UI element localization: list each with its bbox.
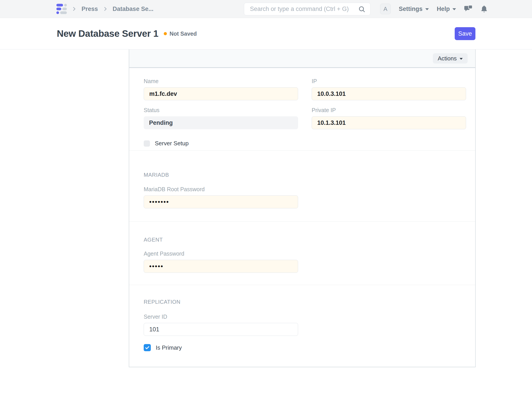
field-name: Name — [144, 78, 298, 100]
breadcrumb-press[interactable]: Press — [82, 6, 98, 13]
field-agent-password: Agent Password — [144, 250, 465, 273]
field-mariadb-root-password: MariaDB Root Password — [144, 186, 465, 208]
field-status: Status Pending — [144, 107, 298, 129]
section-details: Name IP Status Pending Private IP Server… — [129, 68, 475, 151]
is-primary-label: Is Primary — [156, 344, 182, 351]
bell-icon[interactable] — [481, 5, 488, 13]
field-ip: IP — [312, 78, 466, 100]
name-label: Name — [144, 78, 298, 84]
section-replication: REPLICATION Server ID Is Primary — [129, 285, 475, 367]
server-setup-label: Server Setup — [155, 140, 189, 147]
breadcrumb-database-servers[interactable]: Database Se... — [113, 6, 153, 13]
chevron-right-icon — [71, 6, 77, 12]
replication-section-title: REPLICATION — [144, 299, 465, 305]
ip-input[interactable] — [312, 87, 466, 100]
section-mariadb: MARIADB MariaDB Root Password — [129, 151, 475, 222]
server-id-input[interactable] — [144, 323, 298, 336]
frappe-logo-icon[interactable] — [56, 4, 67, 14]
not-saved-dot-icon — [164, 32, 167, 35]
search-icon — [358, 6, 365, 13]
save-button[interactable]: Save — [455, 27, 475, 40]
status-value: Pending — [144, 116, 298, 129]
private-ip-input[interactable] — [312, 116, 466, 129]
status-label: Status — [144, 107, 298, 113]
is-primary-checkbox-row[interactable]: Is Primary — [144, 344, 465, 351]
chat-icon[interactable] — [464, 5, 473, 13]
not-saved-label: Not Saved — [170, 31, 197, 37]
search-input[interactable] — [250, 6, 358, 13]
private-ip-label: Private IP — [312, 107, 466, 113]
global-search — [244, 3, 370, 15]
breadcrumb: Press Database Se... — [56, 0, 153, 18]
section-agent: AGENT Agent Password — [129, 222, 475, 285]
caret-down-icon — [460, 58, 463, 60]
field-server-id: Server ID — [144, 314, 465, 336]
navbar: Press Database Se... A Settings Help — [0, 0, 532, 18]
chevron-right-icon — [102, 6, 108, 12]
help-menu[interactable]: Help — [437, 6, 456, 13]
agent-password-input[interactable] — [144, 260, 298, 273]
server-setup-checkbox[interactable] — [144, 140, 150, 147]
agent-section-title: AGENT — [144, 237, 465, 243]
form-toolbar: Actions — [129, 50, 475, 68]
mariadb-section-title: MARIADB — [144, 172, 465, 178]
caret-down-icon — [425, 8, 429, 10]
user-avatar[interactable]: A — [380, 4, 391, 14]
mariadb-root-password-label: MariaDB Root Password — [144, 186, 465, 193]
page-head: New Database Server 1 Not Saved Save — [0, 18, 532, 50]
navbar-right: A Settings Help — [380, 0, 488, 18]
agent-password-label: Agent Password — [144, 250, 465, 257]
actions-button[interactable]: Actions — [433, 53, 468, 64]
field-private-ip: Private IP — [312, 107, 466, 129]
settings-menu[interactable]: Settings — [399, 6, 429, 13]
is-primary-checkbox[interactable] — [144, 344, 151, 351]
server-setup-checkbox-row[interactable]: Server Setup — [144, 140, 465, 147]
save-status-indicator: Not Saved — [164, 31, 197, 37]
page-title: New Database Server 1 — [57, 28, 158, 39]
name-input[interactable] — [144, 87, 298, 100]
form-container: Actions Name IP Status Pending Private I… — [129, 50, 476, 367]
mariadb-root-password-input[interactable] — [144, 195, 298, 208]
ip-label: IP — [312, 78, 466, 84]
check-icon — [145, 345, 150, 350]
caret-down-icon — [452, 8, 456, 10]
server-id-label: Server ID — [144, 314, 465, 320]
